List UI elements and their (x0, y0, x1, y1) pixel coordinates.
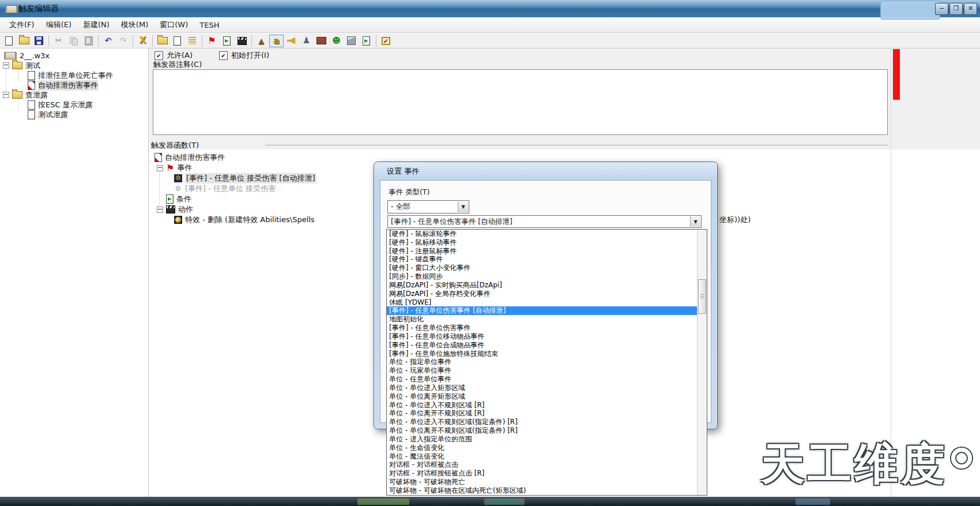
menu-tesh[interactable]: TESH (194, 18, 225, 32)
test-map-button[interactable]: ✔ (379, 35, 393, 47)
new-event-button[interactable]: ⚑ (205, 35, 219, 47)
enabled-checkbox[interactable]: ✔ (154, 51, 163, 60)
ai-editor-button[interactable]: ☻ (329, 35, 344, 47)
terrain-editor-button[interactable]: ▲ (254, 35, 269, 47)
chevron-down-icon[interactable]: ▼ (458, 201, 468, 212)
event-list-item[interactable]: 单位 - 单位进入矩形区域 (387, 384, 698, 392)
event-list-item[interactable]: 对话框 - 对话框按钮被点击 [R] (387, 469, 698, 478)
menu-window[interactable]: 窗口(W) (154, 17, 194, 32)
event-list-item[interactable]: [硬件] - 键盘事件 (387, 255, 698, 264)
object-manager-button[interactable] (344, 35, 359, 47)
tree-folder-check-leaks[interactable]: 查泄露 (0, 90, 148, 100)
initially-on-checkbox[interactable]: ✔ (219, 51, 228, 60)
object-editor-button[interactable]: ♟ (299, 35, 314, 47)
paste-button[interactable] (81, 35, 96, 47)
tree-trigger-auto-purge-damage-event[interactable]: 自动排泄伤害事件 (0, 80, 148, 90)
tree-trigger-test-leaks[interactable]: 测试泄露 (0, 110, 148, 119)
event-list-item[interactable]: 单位 - 单位进入不规则区域 [R] (387, 401, 698, 410)
chevron-down-icon[interactable]: ▼ (690, 216, 700, 227)
new-action-button[interactable] (235, 35, 249, 47)
event-list-item[interactable]: 单位 - 玩家单位事件 (387, 366, 698, 375)
event-list-item[interactable]: 单位 - 单位进入不规则区域(指定条件) [R] (387, 418, 698, 426)
menu-new[interactable]: 新建(N) (77, 17, 115, 32)
func-trigger-header[interactable]: 自动排泄伤害事件 (154, 152, 225, 163)
new-category-button[interactable] (155, 35, 169, 47)
collapse-icon[interactable] (3, 62, 9, 69)
campaign-editor-button[interactable] (314, 35, 329, 47)
event-list-item[interactable]: [事件] - 任意单位伤害事件 (387, 324, 698, 332)
window-controls: ─ ❐ ✕ (935, 3, 977, 15)
trigger-tree-panel: 2__.w3x 测试 排泄任意单位死亡事件 自动排泄伤害事件 查泄露 按ESC … (0, 48, 149, 497)
tree-folder-test[interactable]: 测试 (0, 61, 148, 70)
open-map-button[interactable] (17, 35, 31, 47)
event-list-item[interactable]: 单位 - 单位离开不规则区域(指定条件) [R] (387, 426, 698, 435)
event-list-item[interactable]: [硬件] - 窗口大小变化事件 (387, 264, 698, 272)
scrollbar-thumb[interactable] (698, 279, 706, 314)
event-list-item[interactable]: 可破坏物 - 可破坏物死亡 (387, 478, 698, 486)
func-event-disabled[interactable]: [事件] - 任意单位 接受伤害 (174, 183, 276, 194)
func-node-conditions[interactable]: 条件 (166, 194, 191, 204)
tree-trigger-esc-show-leaks[interactable]: 按ESC 显示泄露 (0, 100, 148, 110)
copy-button[interactable] (66, 35, 81, 47)
event-list-item[interactable]: [事件] - 任意单位施放特殊技能结束 (387, 350, 698, 358)
gear-icon (951, 448, 972, 468)
new-trigger-button[interactable] (170, 35, 184, 47)
redo-button[interactable]: ↷ (116, 35, 130, 47)
menu-module[interactable]: 模块(M) (115, 17, 154, 32)
event-type-combo[interactable]: - 全部 ▼ (387, 200, 469, 213)
list-scrollbar[interactable] (697, 230, 707, 495)
tree-trigger-purge-death-event[interactable]: 排泄任意单位死亡事件 (0, 70, 148, 80)
event-list-item[interactable]: 单位 - 魔法值变化 (387, 452, 698, 461)
save-map-button[interactable] (32, 35, 46, 47)
collapse-icon[interactable] (157, 165, 163, 171)
comment-textarea[interactable] (153, 69, 888, 135)
event-list-item[interactable]: 单位 - 生命值变化 (387, 444, 698, 452)
trigger-editor-button[interactable]: a (269, 35, 284, 47)
dialog-title: 设置 事件 (387, 166, 419, 177)
event-list-item[interactable]: [同步] - 数据同步 (387, 272, 698, 281)
new-comment-button[interactable] (185, 35, 199, 47)
minimize-button[interactable]: ─ (935, 3, 948, 15)
event-list-item[interactable]: [事件] - 任意单位移动物品事件 (387, 332, 698, 341)
event-list-item[interactable]: 可破坏物 - 可破坏物在区域内死亡(矩形区域) (387, 486, 698, 495)
event-list-item[interactable]: 单位 - 进入指定单位的范围 (387, 435, 698, 444)
event-combo[interactable]: [事件] - 任意单位伤害事件 [自动排泄] ▼ (387, 215, 702, 228)
window-title: 触发编辑器 (18, 3, 59, 14)
sound-editor-button[interactable] (284, 35, 299, 47)
tree-root-map[interactable]: 2__.w3x (0, 51, 148, 61)
new-map-button[interactable] (2, 35, 16, 47)
event-list-item[interactable]: 地图初始化 (387, 315, 698, 324)
delete-button[interactable]: X (135, 35, 150, 47)
func-node-actions[interactable]: 动作 (157, 204, 193, 215)
event-list-item[interactable]: 网易[DzAPI] - 全局存档变化事件 (387, 290, 698, 298)
func-event-selected[interactable]: [事件] - 任意单位 接受伤害 [自动排泄] (174, 173, 316, 183)
maximize-button[interactable]: ❐ (949, 3, 963, 15)
event-list-item[interactable]: 网易[DzAPI] - 实时购买商品[DzApi] (387, 281, 698, 290)
close-button[interactable]: ✕ (964, 3, 977, 15)
event-list-item[interactable]: [事件] - 任意单位伤害事件 [自动排泄] (387, 306, 698, 315)
func-action-effect[interactable]: 特效 - 删除 (新建特效 Abilities\Spells (174, 215, 315, 225)
event-list-item[interactable]: 对话框 - 对话框被点击 (387, 460, 698, 469)
event-list-item[interactable]: [硬件] - 注册鼠标事件 (387, 247, 698, 256)
menu-bar: 文件(F)编辑(E)新建(N)模块(M)窗口(W)TESH (0, 17, 980, 33)
event-list-item[interactable]: 单位 - 任意单位事件 (387, 375, 698, 384)
func-node-events[interactable]: ⚑ 事件 (157, 163, 192, 173)
event-list-item[interactable]: [事件] - 任意单位合成物品事件 (387, 341, 698, 350)
event-list-item[interactable]: 休眠 [YDWE] (387, 298, 698, 307)
collapse-icon[interactable] (3, 92, 9, 98)
event-list-item[interactable]: 单位 - 单位离开矩形区域 (387, 392, 698, 401)
new-condition-button[interactable] (220, 35, 234, 47)
red-artifact-strip (893, 49, 900, 100)
trigger-page-red-icon (28, 81, 35, 90)
cut-button[interactable]: ✂ (51, 35, 66, 47)
import-manager-button[interactable] (359, 35, 374, 47)
menu-edit[interactable]: 编辑(E) (40, 17, 77, 32)
undo-button[interactable]: ↶ (101, 35, 115, 47)
watermark: 天工维度 (761, 435, 972, 494)
event-list-item[interactable]: 单位 - 指定单位事件 (387, 358, 698, 366)
event-list-item[interactable]: 单位 - 单位离开不规则区域 [R] (387, 409, 698, 418)
event-list-item[interactable]: [硬件] - 鼠标移动事件 (387, 238, 698, 247)
collapse-icon[interactable] (157, 207, 163, 213)
menu-file[interactable]: 文件(F) (3, 17, 40, 32)
event-list-item[interactable]: [硬件] - 鼠标滚轮事件 (387, 230, 698, 238)
